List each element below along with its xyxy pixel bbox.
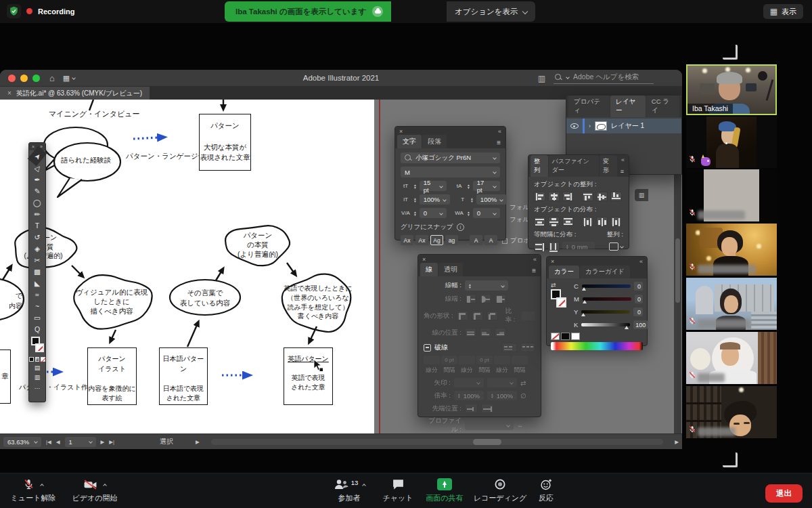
align-bottom-button[interactable] bbox=[610, 192, 622, 201]
align-hcenter-button[interactable] bbox=[548, 192, 560, 201]
close-icon[interactable]: × bbox=[399, 128, 403, 135]
gap-field[interactable]: 0 pt bbox=[441, 356, 457, 364]
document-tab[interactable]: × 英語化.ai* @ 63.63% (CMYK/プレビュー) bbox=[0, 87, 150, 100]
snap-glyph-bounds-button[interactable]: Ag bbox=[430, 235, 443, 245]
smooth-tool[interactable]: ~ bbox=[29, 300, 45, 312]
scroll-right-icon[interactable]: ▶ bbox=[675, 439, 679, 445]
distribute-left-button[interactable] bbox=[582, 217, 593, 226]
participant-video[interactable] bbox=[686, 117, 777, 168]
tab-transparency[interactable]: 透明 bbox=[438, 263, 463, 276]
black-value[interactable]: 100 bbox=[633, 320, 648, 329]
tab-layers[interactable]: レイヤー bbox=[610, 96, 646, 117]
none-button[interactable] bbox=[41, 357, 45, 362]
distribute-bottom-button[interactable] bbox=[562, 217, 574, 226]
tab-paragraph[interactable]: 段落 bbox=[422, 135, 447, 148]
link-scale-icon[interactable]: ∅ bbox=[520, 392, 526, 400]
blend-tool[interactable]: ≈ bbox=[29, 289, 45, 300]
align-dash-button[interactable] bbox=[520, 343, 535, 352]
snap-xheight-button[interactable]: Ax bbox=[415, 235, 428, 245]
swap-arrows-icon[interactable]: ⇄ bbox=[520, 379, 526, 387]
japanese-pattern-box[interactable]: 日本語パターン 日本語で表現 された文章 bbox=[159, 347, 208, 405]
participant-video[interactable] bbox=[686, 332, 777, 384]
help-search-input[interactable]: Adobe ヘルプを検索 bbox=[554, 72, 654, 84]
font-family-field[interactable]: 小塚ゴシック Pr6N bbox=[401, 152, 500, 163]
color-button[interactable] bbox=[29, 357, 34, 362]
distribute-top-button[interactable] bbox=[534, 217, 545, 226]
preserve-dash-button[interactable] bbox=[502, 343, 517, 352]
rotate-tool[interactable]: ↺ bbox=[29, 231, 45, 242]
black-slider[interactable] bbox=[581, 323, 630, 326]
tracking-field[interactable]: 0 bbox=[473, 208, 500, 218]
next-artboard-icon[interactable]: ▶ bbox=[101, 439, 105, 445]
font-style-field[interactable]: M bbox=[401, 167, 500, 177]
layer-visibility-icon[interactable] bbox=[570, 123, 579, 129]
artboard-number-field[interactable]: 1 bbox=[65, 437, 96, 447]
yellow-value[interactable]: 0 bbox=[633, 308, 643, 316]
participant-video[interactable] bbox=[686, 278, 777, 330]
participant-video[interactable] bbox=[686, 386, 777, 438]
dashed-line-checkbox[interactable] bbox=[424, 344, 431, 352]
layer-row[interactable]: › レイヤー 1 bbox=[566, 119, 681, 133]
gradient-tool[interactable]: ▩ bbox=[29, 266, 45, 277]
shaper-tool[interactable]: ◈ bbox=[29, 242, 45, 254]
collapse-icon[interactable]: « bbox=[498, 128, 501, 135]
stroke-swatch[interactable] bbox=[35, 343, 44, 352]
panel-menu-icon[interactable]: ≡ bbox=[618, 168, 627, 177]
swap-fill-stroke-icon[interactable]: ⇄ bbox=[551, 282, 556, 289]
spacing-value-field[interactable]: ▴▾ 0 mm bbox=[562, 242, 595, 251]
zoom-window-button[interactable] bbox=[32, 75, 40, 82]
color-mode-buttons[interactable] bbox=[29, 356, 45, 363]
tab-properties[interactable]: プロパティ bbox=[568, 96, 610, 117]
snap-descender-button[interactable]: ag bbox=[445, 235, 458, 245]
yellow-slider[interactable] bbox=[581, 310, 630, 314]
status-expand-icon[interactable]: ▶ bbox=[196, 439, 200, 445]
prev-artboard-icon[interactable]: ◀ bbox=[56, 439, 60, 445]
dash-field[interactable] bbox=[424, 356, 440, 364]
canvas-horizontal-scrollbar[interactable] bbox=[211, 439, 663, 445]
flip-profile-icon[interactable]: ↔ bbox=[517, 422, 523, 429]
participants-options-chevron[interactable] bbox=[362, 484, 366, 488]
start-video-button[interactable]: ビデオの開始 bbox=[64, 478, 126, 503]
recording-button[interactable]: レコーディング bbox=[471, 478, 529, 503]
layer-name[interactable]: レイヤー 1 bbox=[611, 121, 644, 131]
draw-mode-icon[interactable]: ▤ bbox=[29, 363, 45, 373]
distribute-right-button[interactable] bbox=[610, 217, 622, 226]
participants-button[interactable]: 13 参加者 bbox=[323, 478, 375, 503]
tab-align[interactable]: 整列 bbox=[531, 155, 548, 177]
tab-stroke[interactable]: 線 bbox=[420, 263, 438, 276]
reactions-button[interactable]: 反応 bbox=[531, 478, 562, 503]
round-join-button[interactable] bbox=[472, 311, 483, 320]
scroll-participants-up-icon[interactable] bbox=[723, 45, 738, 60]
magenta-value[interactable]: 0 bbox=[635, 295, 643, 303]
align-stroke-outside-button[interactable] bbox=[495, 328, 506, 337]
none-swatch[interactable] bbox=[551, 333, 560, 340]
collapse-icon[interactable]: « bbox=[533, 256, 537, 263]
participant-video[interactable]: Iba Takashi bbox=[686, 64, 777, 115]
align-vcenter-button[interactable] bbox=[596, 192, 608, 201]
artboard-tool[interactable]: ▭ bbox=[29, 312, 45, 323]
illust-box[interactable]: パターン イラスト 内容を象徴的に 表す絵 bbox=[87, 347, 137, 405]
color-spectrum-bar[interactable] bbox=[551, 342, 643, 350]
collapse-icon[interactable]: « bbox=[639, 258, 643, 265]
mic-options-chevron[interactable] bbox=[40, 484, 44, 488]
paintbrush-tool[interactable]: ✏ bbox=[29, 208, 45, 219]
distribute-vcenter-button[interactable] bbox=[548, 217, 560, 226]
last-artboard-icon[interactable]: ▶| bbox=[109, 439, 114, 445]
dash-field[interactable] bbox=[494, 356, 510, 364]
security-shield-icon[interactable] bbox=[7, 4, 21, 18]
align-stroke-center-button[interactable] bbox=[465, 328, 476, 337]
tab-transform[interactable]: 変形 bbox=[600, 155, 617, 177]
stroke-swatch[interactable] bbox=[556, 297, 566, 308]
snap-angular-button[interactable]: A bbox=[470, 235, 482, 245]
close-icon[interactable]: × bbox=[422, 256, 426, 263]
participant-video[interactable] bbox=[686, 169, 777, 221]
tab-character[interactable]: 文字 bbox=[397, 135, 422, 148]
show-options-button[interactable]: オプションを表示 bbox=[447, 1, 535, 22]
align-stroke-inside-button[interactable] bbox=[480, 328, 491, 337]
expand-layer-icon[interactable]: › bbox=[589, 123, 591, 129]
zoom-level-select[interactable]: 63.63% bbox=[3, 437, 41, 447]
arrow-end-select[interactable] bbox=[487, 378, 517, 387]
scissors-tool[interactable]: ✂ bbox=[29, 254, 45, 266]
miter-ratio-field[interactable] bbox=[522, 312, 535, 320]
zoom-tool[interactable]: Q bbox=[29, 323, 45, 335]
